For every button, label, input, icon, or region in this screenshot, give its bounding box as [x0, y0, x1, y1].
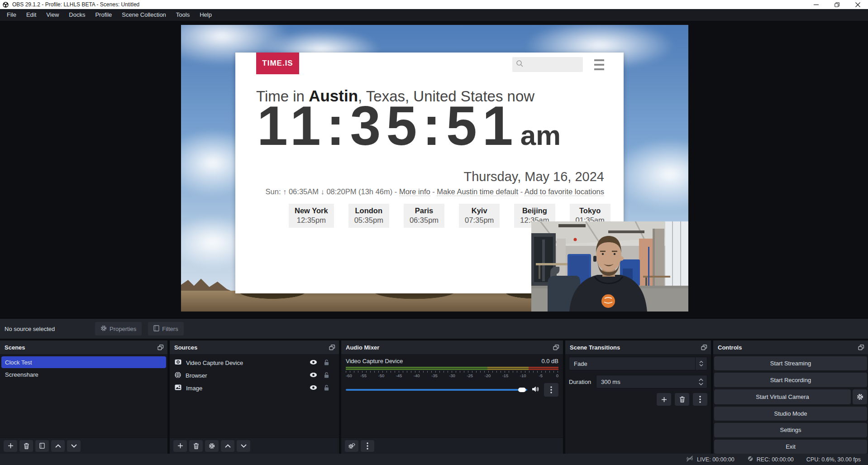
- visibility-eye-icon[interactable]: [310, 360, 317, 366]
- meter-scale: -60 -55 -50 -45 -40 -35 -30 -25 -20 -15 …: [346, 373, 558, 379]
- scene-up-button[interactable]: [51, 440, 65, 452]
- menu-help[interactable]: Help: [195, 9, 217, 21]
- menu-docks[interactable]: Docks: [64, 9, 90, 21]
- webcam-video[interactable]: [531, 221, 688, 312]
- duration-spinner[interactable]: 300 ms: [596, 375, 707, 388]
- scene-item-clock-test[interactable]: Clock Test: [1, 356, 166, 368]
- menu-edit[interactable]: Edit: [21, 9, 41, 21]
- source-item-video-capture[interactable]: Video Capture Device: [171, 357, 338, 369]
- preview-workspace: TIME.IS Time in Austin, Texas, United St…: [0, 21, 868, 318]
- volume-slider-handle[interactable]: [518, 388, 526, 392]
- menu-bar: File Edit View Docks Profile Scene Colle…: [0, 9, 868, 21]
- start-virtual-camera-button[interactable]: Start Virtual Camera: [714, 389, 851, 404]
- virtual-camera-settings-button[interactable]: [853, 389, 867, 404]
- make-default-link[interactable]: Make Austin time default: [437, 187, 518, 196]
- hamburger-menu-icon[interactable]: [594, 59, 604, 70]
- source-properties-button[interactable]: [205, 440, 219, 452]
- spin-up-icon: [699, 379, 703, 381]
- source-item-image[interactable]: Image: [171, 382, 338, 394]
- controls-header: Controls: [713, 340, 868, 354]
- source-down-button[interactable]: [237, 440, 250, 452]
- meter-ticks: [346, 371, 558, 373]
- city-london[interactable]: London05:35pm: [348, 204, 389, 228]
- visibility-eye-icon[interactable]: [310, 372, 317, 379]
- timeis-date: Thursday, May 16, 2024: [463, 169, 604, 184]
- properties-button[interactable]: Properties: [95, 322, 142, 336]
- exit-button[interactable]: Exit: [714, 440, 867, 454]
- add-transition-button[interactable]: [657, 393, 671, 406]
- add-scene-button[interactable]: [4, 440, 17, 452]
- popout-icon[interactable]: [329, 345, 335, 350]
- menu-view[interactable]: View: [41, 9, 64, 21]
- audio-channel: Video Capture Device 0.0 dB -60 -55 -50 …: [341, 354, 563, 437]
- lock-icon[interactable]: [324, 372, 329, 379]
- transition-select[interactable]: Fade: [569, 357, 707, 370]
- remove-transition-button[interactable]: [675, 393, 689, 406]
- record-icon: [747, 455, 754, 463]
- scenes-toolbar: [0, 437, 167, 454]
- audio-db-value: 0.0 dB: [541, 358, 558, 364]
- duration-label: Duration: [569, 379, 592, 385]
- city-kyiv[interactable]: Kyiv07:35pm: [459, 204, 500, 228]
- timeis-logo[interactable]: TIME.IS: [256, 53, 299, 74]
- filters-button[interactable]: Filters: [148, 322, 183, 336]
- cpu-status: CPU: 0.6%, 30.00 fps: [806, 456, 861, 463]
- studio-mode-button[interactable]: Studio Mode: [714, 407, 867, 421]
- minimize-button[interactable]: [806, 0, 826, 9]
- rec-status: REC: 00:00:00: [747, 455, 794, 463]
- scene-filters-button[interactable]: [35, 440, 49, 452]
- scene-down-button[interactable]: [67, 440, 81, 452]
- clock-ampm: am: [520, 119, 561, 151]
- scenes-dock: Scenes Clock Test Screenshare: [0, 340, 167, 454]
- mixer-menu-button[interactable]: [361, 440, 374, 452]
- transitions-header: Scene Transitions: [565, 340, 711, 354]
- source-status-text: No source selected: [5, 326, 95, 332]
- popout-icon[interactable]: [858, 345, 864, 350]
- popout-icon[interactable]: [701, 345, 707, 350]
- remove-source-button[interactable]: [189, 440, 203, 452]
- settings-button[interactable]: Settings: [714, 423, 867, 437]
- source-up-button[interactable]: [221, 440, 234, 452]
- popout-icon[interactable]: [553, 345, 559, 350]
- menu-scene-collection[interactable]: Scene Collection: [117, 9, 171, 21]
- menu-profile[interactable]: Profile: [90, 9, 117, 21]
- add-source-button[interactable]: [173, 440, 187, 452]
- lock-icon[interactable]: [324, 359, 329, 367]
- popout-icon[interactable]: [157, 345, 164, 350]
- visibility-eye-icon[interactable]: [310, 385, 317, 392]
- city-new-york[interactable]: New York12:35pm: [289, 204, 334, 228]
- source-item-browser[interactable]: Browser: [171, 369, 338, 381]
- mixer-options-button[interactable]: [544, 383, 558, 397]
- close-button[interactable]: [847, 0, 868, 9]
- live-status: LIVE: 00:00:00: [686, 455, 734, 463]
- transition-menu-button[interactable]: [693, 393, 707, 406]
- audio-mixer-toolbar: [341, 437, 563, 454]
- spin-down-icon: [699, 383, 703, 385]
- audio-channel-name: Video Capture Device: [346, 358, 403, 364]
- broadcast-icon: [686, 455, 694, 463]
- volume-meter: [346, 369, 558, 370]
- scenes-list: Clock Test Screenshare: [0, 354, 167, 437]
- image-icon: [175, 384, 181, 392]
- more-info-link[interactable]: More info: [399, 187, 430, 196]
- scene-item-screenshare[interactable]: Screenshare: [1, 369, 166, 380]
- source-toolbar: No source selected Properties Filters: [0, 318, 868, 339]
- controls-body: Start Streaming Start Recording Start Vi…: [713, 354, 868, 454]
- speaker-icon[interactable]: [532, 386, 539, 394]
- city-paris[interactable]: Paris06:35pm: [404, 204, 444, 228]
- search-input[interactable]: [524, 61, 576, 68]
- lock-icon[interactable]: [324, 384, 329, 392]
- start-streaming-button[interactable]: Start Streaming: [714, 356, 867, 370]
- menu-file[interactable]: File: [2, 9, 21, 21]
- restore-button[interactable]: [826, 0, 847, 9]
- sources-header: Sources: [170, 340, 339, 354]
- start-recording-button[interactable]: Start Recording: [714, 373, 867, 387]
- advanced-audio-button[interactable]: [345, 440, 358, 452]
- program-preview[interactable]: TIME.IS Time in Austin, Texas, United St…: [181, 25, 688, 312]
- sources-toolbar: [170, 437, 339, 454]
- add-favorite-link[interactable]: Add to favorite locations: [525, 187, 604, 196]
- timeis-search-box[interactable]: [512, 57, 583, 72]
- remove-scene-button[interactable]: [19, 440, 33, 452]
- menu-tools[interactable]: Tools: [171, 9, 195, 21]
- volume-slider[interactable]: [346, 389, 527, 391]
